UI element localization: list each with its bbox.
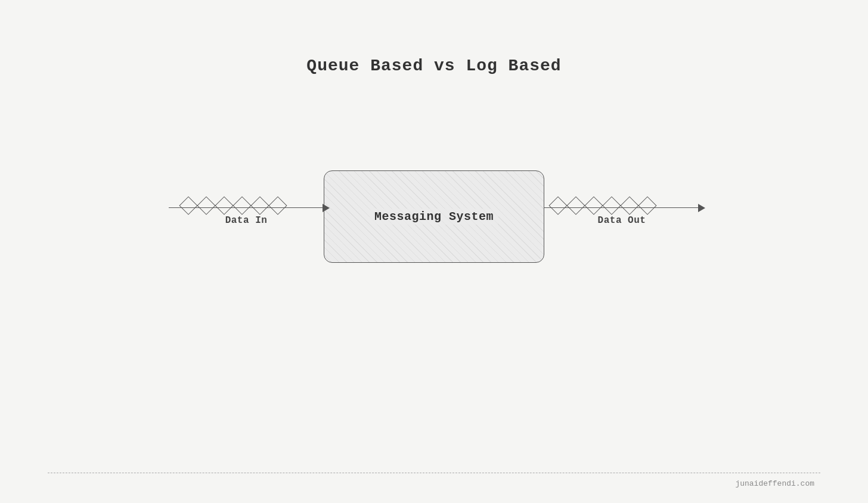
diamond-in-6: [268, 196, 287, 215]
footer-divider: [48, 473, 820, 473]
diamond-out-3: [584, 196, 603, 215]
data-out-label: Data Out: [598, 215, 646, 226]
page-title: Queue Based vs Log Based: [306, 57, 561, 75]
data-in-flow: [169, 207, 324, 209]
diamond-out-6: [638, 196, 656, 215]
diamond-out-1: [548, 196, 567, 215]
diamond-in-3: [215, 196, 233, 215]
footer-url: junaideffendi.com: [735, 479, 814, 488]
messaging-system-box: Messaging System: [324, 170, 544, 263]
diagram-area: Data In Messaging System: [169, 170, 699, 263]
messaging-system-label: Messaging System: [370, 209, 498, 225]
data-out-section: Data Out: [544, 207, 699, 226]
data-out-flow: [544, 207, 699, 209]
diamond-in-1: [179, 196, 197, 215]
diamond-out-2: [566, 196, 585, 215]
diamond-in-4: [232, 196, 251, 215]
diamond-out-5: [620, 196, 638, 215]
data-in-label: Data In: [225, 215, 268, 226]
diamond-in-2: [197, 196, 215, 215]
page-container: Queue Based vs Log Based: [0, 0, 868, 503]
diamond-out-4: [602, 196, 621, 215]
diamond-in-5: [250, 196, 269, 215]
data-in-section: Data In: [169, 207, 324, 226]
